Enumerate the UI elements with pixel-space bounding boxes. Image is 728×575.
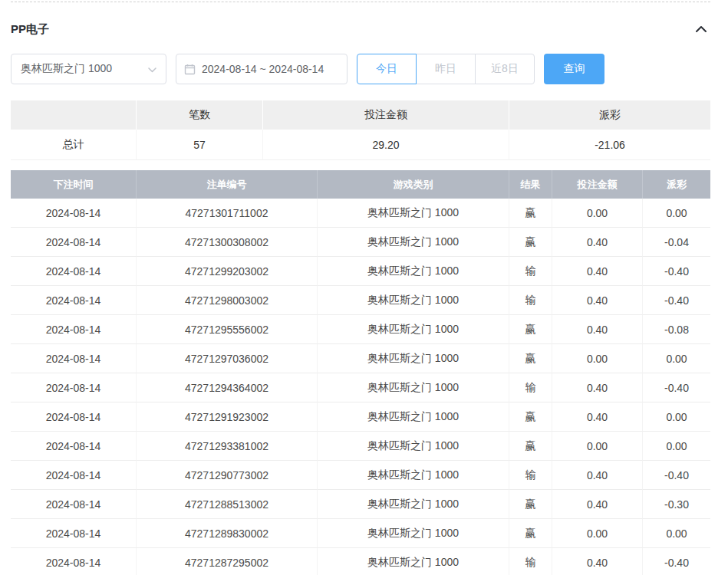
cell-result: 赢 [509,199,552,228]
cell-order-no: 47271293381002 [137,432,318,461]
cell-bet-time: 2024-08-14 [11,490,137,519]
table-row: 2024-08-14 47271299203002 奥林匹斯之门 1000 输 … [11,257,710,286]
cell-bet-amount: 0.40 [552,490,643,519]
cell-payout: -0.04 [643,228,710,257]
summary-payout-value: -21.06 [509,130,710,160]
header-cell-bet-time: 下注时间 [11,170,137,199]
cell-bet-time: 2024-08-14 [11,199,137,228]
cell-bet-time: 2024-08-14 [11,519,137,548]
cell-result: 赢 [509,344,552,373]
cell-game-type: 奥林匹斯之门 1000 [318,315,509,344]
cell-game-type: 奥林匹斯之门 1000 [318,519,509,548]
table-row: 2024-08-14 47271289830002 奥林匹斯之门 1000 赢 … [11,519,710,548]
cell-bet-amount: 0.40 [552,548,643,575]
cell-bet-amount: 0.00 [552,519,643,548]
cell-bet-amount: 0.00 [552,432,643,461]
cell-result: 赢 [509,490,552,519]
summary-header-blank [11,100,137,130]
cell-bet-time: 2024-08-14 [11,286,137,315]
header-cell-bet-amount: 投注金额 [552,170,643,199]
quick-filter-last8days[interactable]: 近8日 [475,54,535,84]
cell-bet-amount: 0.40 [552,315,643,344]
table-row: 2024-08-14 47271300308002 奥林匹斯之门 1000 赢 … [11,228,710,257]
summary-header-count: 笔数 [137,100,263,130]
cell-order-no: 47271290773002 [137,461,318,490]
table-row: 2024-08-14 47271288513002 奥林匹斯之门 1000 赢 … [11,490,710,519]
cell-game-type: 奥林匹斯之门 1000 [318,402,509,432]
cell-payout: -0.30 [643,490,710,519]
cell-game-type: 奥林匹斯之门 1000 [318,373,509,402]
summary-header-row: 笔数 投注金额 派彩 [11,100,710,130]
cell-result: 输 [509,461,552,490]
query-button[interactable]: 查询 [544,54,604,84]
quick-filter-group: 今日 昨日 近8日 [357,54,535,84]
cell-result: 输 [509,286,552,315]
header-cell-payout: 派彩 [643,170,710,199]
cell-game-type: 奥林匹斯之门 1000 [318,199,509,228]
cell-order-no: 47271297036002 [137,344,318,373]
cell-order-no: 47271301711002 [137,199,318,228]
cell-game-type: 奥林匹斯之门 1000 [318,228,509,257]
cell-result: 赢 [509,315,552,344]
summary-table: 笔数 投注金额 派彩 总计 57 29.20 -21.06 [11,100,710,160]
report-page: PP电子 奥林匹斯之门 1000 2024-08-14 ~ 2024-08-14… [0,2,728,575]
cell-order-no: 47271289830002 [137,519,318,548]
date-range-value: 2024-08-14 ~ 2024-08-14 [202,63,324,75]
cell-game-type: 奥林匹斯之门 1000 [318,286,509,315]
cell-game-type: 奥林匹斯之门 1000 [318,461,509,490]
section-header: PP电子 [11,2,710,54]
cell-bet-time: 2024-08-14 [11,315,137,344]
game-select[interactable]: 奥林匹斯之门 1000 [11,54,166,84]
date-range-picker[interactable]: 2024-08-14 ~ 2024-08-14 [176,54,348,84]
cell-result: 输 [509,373,552,402]
cell-payout: 0.00 [643,199,710,228]
cell-order-no: 47271291923002 [137,402,318,432]
bet-table-body: 2024-08-14 47271301711002 奥林匹斯之门 1000 赢 … [11,199,710,575]
cell-order-no: 47271294364002 [137,373,318,402]
cell-order-no: 47271295556002 [137,315,318,344]
section-title: PP电子 [11,22,49,37]
cell-bet-time: 2024-08-14 [11,548,137,575]
collapse-section-button[interactable] [692,21,710,38]
cell-bet-amount: 0.40 [552,461,643,490]
game-select-value: 奥林匹斯之门 1000 [21,62,112,76]
summary-header-payout: 派彩 [509,100,710,130]
cell-order-no: 47271300308002 [137,228,318,257]
header-cell-result: 结果 [509,170,552,199]
cell-bet-time: 2024-08-14 [11,257,137,286]
quick-filter-today[interactable]: 今日 [357,54,417,84]
cell-game-type: 奥林匹斯之门 1000 [318,344,509,373]
cell-game-type: 奥林匹斯之门 1000 [318,548,509,575]
cell-result: 输 [509,257,552,286]
cell-order-no: 47271298003002 [137,286,318,315]
cell-game-type: 奥林匹斯之门 1000 [318,257,509,286]
summary-total-label: 总计 [11,130,137,160]
table-row: 2024-08-14 47271301711002 奥林匹斯之门 1000 赢 … [11,199,710,228]
table-row: 2024-08-14 47271295556002 奥林匹斯之门 1000 赢 … [11,315,710,344]
table-row: 2024-08-14 47271294364002 奥林匹斯之门 1000 输 … [11,373,710,402]
cell-payout: -0.40 [643,257,710,286]
cell-payout: -0.08 [643,315,710,344]
quick-filter-yesterday[interactable]: 昨日 [416,54,476,84]
cell-payout: -0.40 [643,373,710,402]
cell-order-no: 47271287295002 [137,548,318,575]
cell-payout: 0.00 [643,402,710,432]
cell-result: 赢 [509,228,552,257]
header-cell-game-type: 游戏类别 [318,170,509,199]
cell-bet-amount: 0.40 [552,228,643,257]
table-row: 2024-08-14 47271290773002 奥林匹斯之门 1000 输 … [11,461,710,490]
cell-payout: -0.40 [643,548,710,575]
caret-down-icon [148,63,156,75]
cell-bet-time: 2024-08-14 [11,402,137,432]
cell-bet-time: 2024-08-14 [11,432,137,461]
cell-bet-amount: 0.00 [552,199,643,228]
cell-bet-amount: 0.40 [552,286,643,315]
cell-result: 输 [509,548,552,575]
cell-payout: 0.00 [643,432,710,461]
table-row: 2024-08-14 47271291923002 奥林匹斯之门 1000 赢 … [11,402,710,432]
bet-table-header: 下注时间 注单编号 游戏类别 结果 投注金额 派彩 [11,170,710,199]
bet-table: 下注时间 注单编号 游戏类别 结果 投注金额 派彩 2024-08-14 472… [11,170,710,575]
cell-bet-time: 2024-08-14 [11,373,137,402]
cell-result: 赢 [509,519,552,548]
cell-payout: 0.00 [643,344,710,373]
